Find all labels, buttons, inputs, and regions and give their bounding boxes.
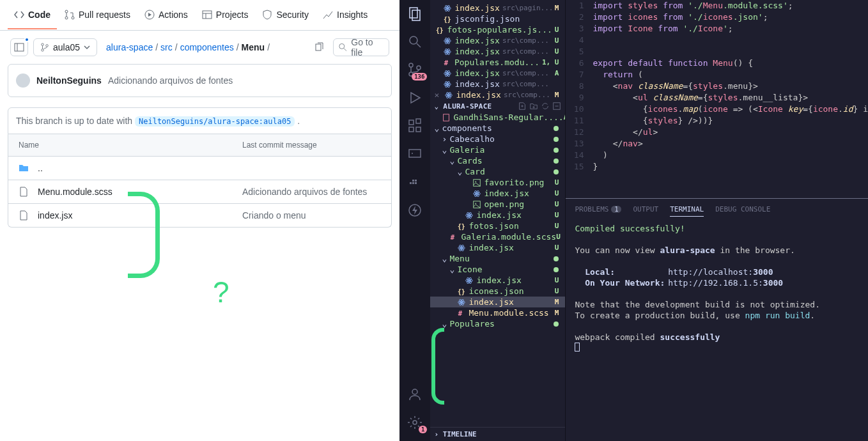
tree-item[interactable]: ›Cabecalho	[430, 134, 565, 144]
editor-area: 123456789101112131415 import styles from…	[566, 0, 868, 441]
thunder-icon[interactable]	[407, 202, 423, 219]
explorer-icon[interactable]	[407, 5, 423, 22]
breadcrumb-link[interactable]: componentes	[180, 42, 234, 52]
open-editor-item[interactable]: index.jsxsrc\comp...U	[430, 46, 565, 57]
go-to-file-input[interactable]: Go to file	[333, 38, 389, 56]
scm-badge: 136	[412, 73, 427, 81]
repo-tabs: Code Pull requests Actions Projects Secu…	[0, 0, 399, 31]
refresh-icon[interactable]	[541, 102, 550, 111]
copy-path-button[interactable]	[310, 38, 328, 56]
svg-text:#: #	[458, 309, 463, 316]
new-folder-icon[interactable]	[529, 102, 538, 111]
breadcrumb-link[interactable]: alura-space	[106, 42, 153, 52]
branch-name: aula05	[53, 42, 80, 52]
open-editor-item[interactable]: {}fotos-populares.js...U	[430, 24, 565, 35]
tree-item[interactable]: ⌄Populares	[430, 318, 565, 329]
tab-insights[interactable]: Insights	[316, 1, 374, 29]
svg-point-78	[461, 301, 463, 303]
tree-item[interactable]: ⌄Card	[430, 166, 565, 177]
tab-pulls[interactable]: Pull requests	[58, 1, 137, 29]
svg-rect-21	[409, 150, 421, 157]
svg-text:{}: {}	[436, 26, 444, 33]
open-editor-item[interactable]: index.jsxsrc\comp...A	[430, 68, 565, 79]
tree-item[interactable]: GandhiSans-Regular....A	[430, 112, 565, 123]
tree-item[interactable]: {}icones.jsonU	[430, 286, 565, 297]
open-editor-item[interactable]: #Populares.modu...1, U	[430, 57, 565, 68]
bottom-panel: PROBLEMS1 OUTPUT TERMINAL DEBUG CONSOLE …	[566, 198, 868, 441]
avatar	[16, 74, 30, 88]
side-panel-toggle[interactable]	[10, 38, 28, 56]
table-row[interactable]: Menu.module.scssAdicionando arquivos de …	[8, 180, 391, 204]
branch-ref[interactable]: NeiltonSeguins/alura-space:aula05	[135, 116, 295, 127]
settings-icon[interactable]: 1	[407, 414, 423, 431]
source-control-icon[interactable]: 136	[407, 61, 423, 78]
problems-badge: 1	[611, 206, 621, 213]
code-editor[interactable]: 123456789101112131415 import styles from…	[566, 0, 868, 198]
project-name: ALURA-SPACE	[443, 102, 492, 111]
svg-rect-54	[444, 114, 449, 121]
table-row[interactable]: index.jsxCriando o menu	[8, 204, 391, 227]
tree-item[interactable]: #Menu.module.scssM	[430, 307, 565, 318]
tree-item[interactable]: ⌄Galeria	[430, 144, 565, 155]
tree-item[interactable]: ⌄Icone	[430, 264, 565, 275]
tree-item[interactable]: {}fotos.jsonU	[430, 220, 565, 231]
new-file-icon[interactable]	[518, 102, 527, 111]
svg-text:{}: {}	[458, 222, 465, 229]
tree-item[interactable]: index.jsxU	[430, 242, 565, 253]
tree-item[interactable]: index.jsxU	[430, 210, 565, 220]
tab-terminal[interactable]: TERMINAL	[670, 203, 704, 217]
commit-author[interactable]: NeiltonSeguins	[36, 75, 102, 86]
tree-item[interactable]: index.jsxM	[430, 297, 565, 307]
tree-item[interactable]: #Galeria.module.scssU	[430, 231, 565, 242]
tab-problems[interactable]: PROBLEMS1	[575, 203, 621, 217]
svg-point-56	[476, 181, 477, 182]
open-editor-item[interactable]: ×index.jsxsrc\comp...M	[430, 89, 565, 100]
timeline-section[interactable]: › TIMELINE	[430, 427, 565, 441]
file-nav-bar: aula05 alura-space/ src/ componentes/ Me…	[0, 31, 399, 64]
indicator-dot	[24, 37, 29, 42]
tab-code[interactable]: Code	[8, 1, 57, 29]
branch-selector[interactable]: aula05	[33, 38, 97, 56]
tree-item[interactable]: ⌄Cards	[430, 155, 565, 166]
table-row[interactable]: ..	[8, 157, 391, 180]
account-icon[interactable]	[407, 386, 423, 403]
docker-icon[interactable]	[407, 174, 423, 190]
tree-item[interactable]: index.jsxU	[430, 275, 565, 286]
open-editor-item[interactable]: index.jsxsrc\comp...	[430, 79, 565, 89]
tab-debug-console[interactable]: DEBUG CONSOLE	[715, 203, 770, 217]
collapse-icon[interactable]	[552, 102, 561, 111]
open-editor-item[interactable]: index.jsxsrc\pagin...M	[430, 3, 565, 13]
svg-text:{}: {}	[444, 15, 451, 22]
remote-icon[interactable]	[407, 146, 423, 162]
tab-output[interactable]: OUTPUT	[633, 203, 658, 217]
svg-point-6	[42, 43, 44, 46]
tab-actions-label: Actions	[159, 10, 188, 20]
open-editor-item[interactable]: {}jsconfig.json	[430, 13, 565, 24]
svg-point-45	[447, 83, 449, 85]
breadcrumb-link[interactable]: src	[160, 42, 173, 52]
tab-projects[interactable]: Projects	[196, 1, 255, 29]
open-editor-item[interactable]: index.jsxsrc\comp...U	[430, 35, 565, 46]
latest-commit[interactable]: NeiltonSeguins Adicionando arquivos de f…	[8, 64, 392, 97]
tree-item[interactable]: ⌄Menu	[430, 253, 565, 264]
tab-insights-label: Insights	[337, 10, 368, 20]
tree-item[interactable]: favorito.pngU	[430, 177, 565, 188]
tab-security[interactable]: Security	[256, 1, 315, 29]
terminal-output[interactable]: Compiled successfully! You can now view …	[566, 217, 868, 441]
code-icon	[14, 10, 24, 20]
debug-icon[interactable]	[407, 89, 423, 106]
tree-item[interactable]: ⌄components	[430, 123, 565, 134]
svg-point-32	[447, 40, 449, 42]
open-editors: index.jsxsrc\pagin...M{}jsconfig.json{}f…	[430, 0, 565, 100]
table-icon	[202, 10, 212, 20]
commit-message[interactable]: Adicionando arquivos de fontes	[108, 75, 233, 86]
search-icon[interactable]	[407, 33, 423, 50]
svg-text:{}: {}	[458, 288, 465, 295]
tab-actions[interactable]: Actions	[138, 1, 194, 29]
play-icon	[144, 10, 155, 20]
svg-point-63	[469, 214, 470, 216]
tree-item[interactable]: open.pngU	[430, 199, 565, 210]
tree-item[interactable]: index.jsxU	[430, 188, 565, 199]
project-header[interactable]: ⌄ ALURA-SPACE	[430, 100, 565, 112]
extensions-icon[interactable]	[407, 118, 423, 134]
